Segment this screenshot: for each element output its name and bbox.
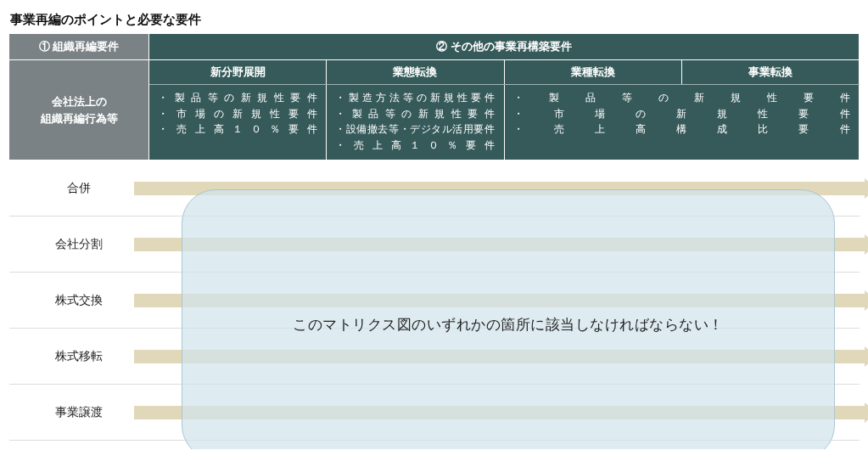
row-label-2: 株式交換 [9, 273, 149, 329]
bullet: 市場の新規性要件 [513, 106, 851, 122]
header-left-sub: 会社法上の 組織再編行為等 [9, 60, 149, 160]
cat-1-bullets: 製造方法等の新規性要件 製品等の新規性要件 設備撤去等・デジタル活用要件 売上高… [327, 85, 504, 160]
arrow-icon [134, 350, 865, 363]
matrix-wrap: ① 組織再編要件 ② その他の事業再構築要件 会社法上の 組織再編行為等 新分野… [8, 33, 860, 441]
row-label-1: 会社分割 [9, 217, 149, 273]
header-col2: ② その他の事業再構築要件 [149, 34, 860, 60]
bullet: 製品等の新規性要件 [158, 90, 317, 106]
page-title: 事業再編のポイントと必要な要件 [10, 12, 860, 28]
row-body [149, 329, 860, 385]
arrow-icon [134, 294, 865, 307]
table-row: 事業譲渡 [9, 385, 860, 441]
row-body [149, 160, 860, 217]
row-label-3: 株式移転 [9, 329, 149, 385]
bullet: 売上高構成比要件 [513, 121, 851, 138]
bullet: 市場の新規性要件 [158, 106, 317, 122]
row-label-4: 事業譲渡 [9, 385, 149, 441]
row-label-0: 合併 [9, 160, 149, 217]
bullet: 売上高１０％要件 [335, 138, 495, 154]
table-row: 株式交換 [9, 273, 860, 329]
arrow-icon [134, 238, 865, 251]
bullet: 設備撤去等・デジタル活用要件 [335, 121, 495, 138]
cat-3: 事業転換 [681, 60, 859, 85]
cat-23-bullets: 製品等の新規性要件 市場の新規性要件 売上高構成比要件 [504, 85, 860, 160]
header-left-sub-text: 会社法上の 組織再編行為等 [41, 95, 118, 125]
table-row: 合併 [9, 160, 860, 217]
header-col1: ① 組織再編要件 [9, 34, 149, 60]
matrix-table: ① 組織再編要件 ② その他の事業再構築要件 会社法上の 組織再編行為等 新分野… [8, 33, 860, 441]
cat-0: 新分野展開 [149, 60, 327, 85]
row-body [149, 273, 860, 329]
cat-1: 業態転換 [327, 60, 504, 85]
bullet: 製品等の新規性要件 [335, 106, 495, 122]
bullet: 製造方法等の新規性要件 [335, 90, 495, 106]
row-body [149, 385, 860, 441]
bullet: 売上高１０％要件 [158, 121, 317, 138]
row-body [149, 217, 860, 273]
table-row: 会社分割 [9, 217, 860, 273]
arrow-icon [134, 406, 865, 419]
arrow-icon [134, 182, 865, 195]
bullet: 製品等の新規性要件 [513, 90, 851, 106]
table-row: 株式移転 [9, 329, 860, 385]
cat-0-bullets: 製品等の新規性要件 市場の新規性要件 売上高１０％要件 [149, 85, 327, 160]
cat-2: 業種転換 [504, 60, 681, 85]
